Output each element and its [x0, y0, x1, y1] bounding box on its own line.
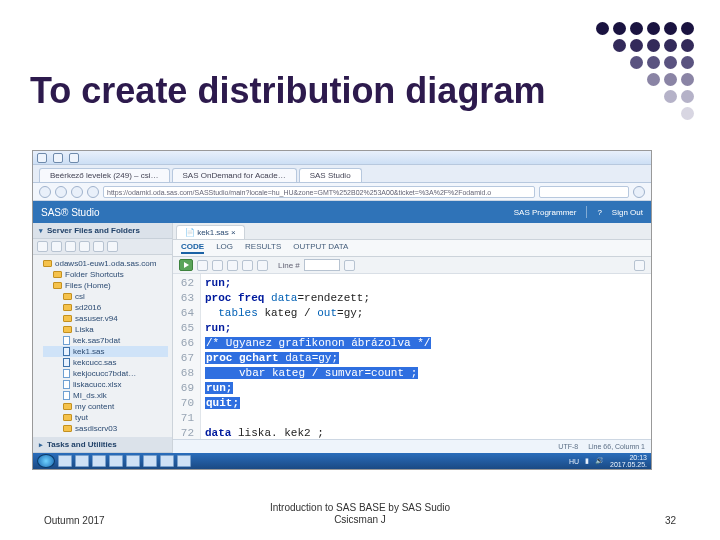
tray-net-icon[interactable]: ▮ [585, 457, 589, 465]
file-icon [63, 336, 70, 345]
menu-icon[interactable] [633, 186, 645, 198]
sidebar-toolbar [33, 239, 172, 255]
undo-icon[interactable] [242, 260, 253, 271]
win-max-icon[interactable] [53, 153, 63, 163]
maximize-icon[interactable] [634, 260, 645, 271]
tree-files-home[interactable]: Files (Home) [43, 280, 168, 291]
tree-item[interactable]: kek.sas7bdat [43, 335, 168, 346]
address-bar[interactable]: https://odamid.oda.sas.com/SASStudio/mai… [103, 186, 535, 198]
tree-item-label: liskacucc.xlsx [73, 380, 121, 389]
reload-icon[interactable] [71, 186, 83, 198]
open-icon[interactable] [51, 241, 62, 252]
sidebar-section-tasks[interactable]: Tasks and Utilities [33, 437, 172, 453]
slide-title: To create distribution diagram [30, 70, 545, 112]
taskbar-app-2[interactable] [75, 455, 89, 467]
tree-item[interactable]: sd2016 [43, 302, 168, 313]
search-box[interactable] [539, 186, 629, 198]
upload-icon[interactable] [65, 241, 76, 252]
browser-tab-3[interactable]: SAS Studio [299, 168, 362, 182]
back-icon[interactable] [39, 186, 51, 198]
code-line[interactable]: run; [205, 321, 647, 336]
start-button[interactable] [37, 454, 55, 468]
tray-lang[interactable]: HU [569, 458, 579, 465]
tab-results[interactable]: RESULTS [245, 242, 281, 254]
tree-item[interactable]: kekcucc.sas [43, 357, 168, 368]
tree-item[interactable]: kek1.sas [43, 346, 168, 357]
code-line[interactable]: tables kateg / out=gy; [205, 306, 647, 321]
tree-item[interactable]: liskacucc.xlsx [43, 379, 168, 390]
code-line[interactable]: proc gchart data=gy; [205, 351, 647, 366]
tree-item-label: kek.sas7bdat [73, 336, 120, 345]
tree-item[interactable]: tyut [43, 412, 168, 423]
sidebar-section-files[interactable]: Server Files and Folders [33, 223, 172, 239]
tree-item[interactable]: sasdiscrv03 [43, 423, 168, 434]
home-icon[interactable] [87, 186, 99, 198]
taskbar-app-6[interactable] [143, 455, 157, 467]
taskbar-app-1[interactable] [58, 455, 72, 467]
tree-item[interactable]: kekjocucc7bdat… [43, 368, 168, 379]
run-button[interactable] [179, 259, 193, 271]
signout-link[interactable]: Sign Out [612, 208, 643, 217]
tree-item[interactable]: Liska [43, 324, 168, 335]
refresh-icon[interactable] [79, 241, 90, 252]
taskbar-app-4[interactable] [109, 455, 123, 467]
code-line[interactable]: run; [205, 276, 647, 291]
tree-item[interactable]: sasuser.v94 [43, 313, 168, 324]
role-label[interactable]: SAS Programmer [514, 208, 577, 217]
taskbar-app-8[interactable] [177, 455, 191, 467]
goto-icon[interactable] [344, 260, 355, 271]
editor-file-tab[interactable]: 📄 kek1.sas × [176, 225, 245, 239]
new-icon[interactable] [37, 241, 48, 252]
tab-code[interactable]: CODE [181, 242, 204, 254]
win-close-icon[interactable] [69, 153, 79, 163]
tree-root[interactable]: odaws01-euw1.oda.sas.com [43, 258, 168, 269]
saveas-icon[interactable] [212, 260, 223, 271]
save-icon[interactable] [197, 260, 208, 271]
code-line[interactable]: data liska. kek2 ; [205, 426, 647, 439]
tree-item-label: MI_ds.xlk [73, 391, 107, 400]
browser-tab-2[interactable]: SAS OnDemand for Acade… [172, 168, 297, 182]
taskbar-app-3[interactable] [92, 455, 106, 467]
tree-item-label: kek1.sas [73, 347, 105, 356]
tab-outputdata[interactable]: OUTPUT DATA [293, 242, 348, 254]
tree-item[interactable]: my content [43, 401, 168, 412]
tree-item-label: my content [75, 402, 114, 411]
tray-vol-icon[interactable]: 🔊 [595, 457, 604, 465]
redo-icon[interactable] [257, 260, 268, 271]
tree-item[interactable]: MI_ds.xlk [43, 390, 168, 401]
browser-toolbar: https://odamid.oda.sas.com/SASStudio/mai… [33, 183, 651, 201]
print-icon[interactable] [227, 260, 238, 271]
delete-icon[interactable] [93, 241, 104, 252]
tree-folder-shortcuts[interactable]: Folder Shortcuts [43, 269, 168, 280]
line-input[interactable] [304, 259, 340, 271]
tab-log[interactable]: LOG [216, 242, 233, 254]
code-line[interactable]: proc freq data=rendezett; [205, 291, 647, 306]
forward-icon[interactable] [55, 186, 67, 198]
tray-time[interactable]: 20:13 [610, 454, 647, 461]
tree-item-label: kekcucc.sas [73, 358, 117, 367]
props-icon[interactable] [107, 241, 118, 252]
decorative-dots [596, 22, 694, 120]
code-line[interactable]: vbar kateg / sumvar=count ; [205, 366, 647, 381]
win-min-icon[interactable] [37, 153, 47, 163]
tray-date: 2017.05.25. [610, 461, 647, 468]
app-header: SAS® Studio SAS Programmer ? Sign Out [33, 201, 651, 223]
footer-center-2: Csicsman J [270, 514, 450, 526]
editor-toolbar: Line # [173, 257, 651, 274]
sidebar-section-libraries[interactable]: Libraries [33, 469, 172, 470]
tree-item[interactable]: csl [43, 291, 168, 302]
folder-icon [63, 304, 72, 311]
taskbar-app-7[interactable] [160, 455, 174, 467]
taskbar-app-5[interactable] [126, 455, 140, 467]
window-titlebar [33, 151, 651, 165]
footer-left: Outumn 2017 [44, 515, 105, 526]
code-line[interactable] [205, 411, 647, 426]
code-line[interactable]: quit; [205, 396, 647, 411]
code-line[interactable]: run; [205, 381, 647, 396]
help-icon[interactable]: ? [597, 208, 601, 217]
code-line[interactable]: /* Ugyanez grafikonon ábrázolva */ [205, 336, 647, 351]
tree-item-label: sd2016 [75, 303, 101, 312]
slide-footer: Outumn 2017 Introduction to SAS BASE by … [0, 515, 720, 526]
code-editor[interactable]: 6263646566676869707172737475 run;proc fr… [173, 274, 651, 439]
browser-tab-1[interactable]: Beérkező levelek (249) – csi… [39, 168, 170, 182]
